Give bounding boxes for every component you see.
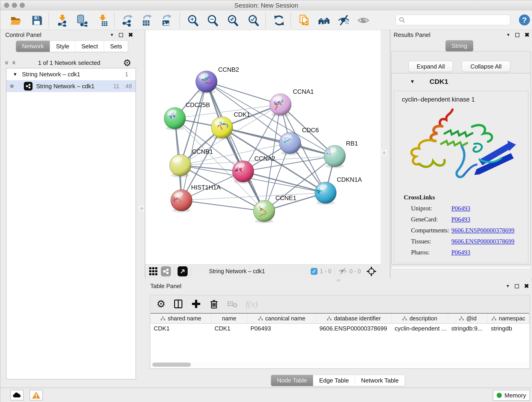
crosslink-label: GeneCard:: [411, 216, 451, 223]
tab-network[interactable]: Network: [16, 41, 50, 52]
column-header-database-identifier[interactable]: database identifier: [316, 313, 391, 323]
network-options-gear-icon[interactable]: ⚙: [123, 58, 131, 67]
node-HIST1H1A[interactable]: HIST1H1A: [171, 184, 221, 212]
tab-edge-table[interactable]: Edge Table: [313, 375, 355, 386]
table-settings-gear-icon[interactable]: ⚙: [157, 299, 165, 309]
edge-CCNB2-CCNE1[interactable]: [206, 82, 264, 211]
crosslink-link[interactable]: P06493: [451, 216, 470, 223]
tree-expander-icon[interactable]: ▼: [13, 72, 17, 77]
table-cell[interactable]: P06493: [247, 324, 316, 333]
string-app-icon: [24, 82, 32, 90]
delete-column-icon[interactable]: [209, 299, 219, 309]
zoom-fit-icon[interactable]: [226, 14, 239, 27]
panel-float-icon[interactable]: [515, 33, 519, 37]
section-collapse-icon[interactable]: ▼: [410, 79, 415, 85]
column-header-canonical-name[interactable]: canonical name: [247, 313, 316, 323]
table-cell[interactable]: 9606.ENSP00000378699: [316, 324, 391, 333]
network-row-selected[interactable]: String Network – cdk1 11 48: [6, 80, 136, 92]
table-cell[interactable]: CDK1: [211, 324, 247, 333]
tab-sets[interactable]: Sets: [104, 41, 128, 52]
tab-style[interactable]: Style: [50, 41, 75, 52]
titlebar: Session: New Session: [0, 0, 532, 10]
table-cell[interactable]: CDK1: [151, 324, 211, 333]
crosslink-link[interactable]: 9606.ENSP00000378699: [451, 227, 514, 234]
toolbar-separator: [179, 13, 180, 28]
panel-close-icon[interactable]: ✖: [128, 32, 133, 38]
left-splitter-handle[interactable]: [139, 205, 145, 211]
zoom-selected-icon[interactable]: [247, 14, 260, 27]
crosslink-link[interactable]: P06493: [451, 249, 470, 256]
help-button[interactable]: ?: [519, 14, 530, 26]
network-collection-row[interactable]: ▼ String Network – cdk1 1: [6, 68, 136, 80]
hide-selected-eye-icon[interactable]: [337, 14, 350, 27]
import-network-from-file-icon[interactable]: [56, 14, 69, 27]
show-columns-icon[interactable]: [173, 299, 183, 309]
column-header-shared-name[interactable]: shared name: [151, 313, 211, 323]
panel-menu-icon[interactable]: ▼: [110, 32, 114, 37]
node-CDKN1A[interactable]: CDKN1A: [315, 176, 362, 205]
network-statusbar: String Network – cdk1 ✓ 1 - 0 0 - 0: [145, 264, 380, 278]
zoom-in-icon[interactable]: [186, 14, 200, 27]
add-column-icon[interactable]: [191, 299, 201, 309]
tab-network-table[interactable]: Network Table: [355, 375, 405, 386]
column-header-description[interactable]: description: [391, 313, 448, 323]
tab-select[interactable]: Select: [75, 41, 104, 52]
export-table-icon[interactable]: [140, 14, 154, 27]
right-splitter-handle[interactable]: [381, 150, 387, 156]
table-cell[interactable]: stringdb: [488, 324, 529, 333]
collapse-all-networks-icon[interactable]: »: [9, 61, 17, 65]
table-hscrollbar[interactable]: [151, 362, 529, 367]
refresh-view-icon[interactable]: [272, 14, 286, 27]
edge-CCNB2-HIST1H1A[interactable]: [181, 82, 206, 200]
column-header-namespac[interactable]: namespac: [488, 313, 529, 323]
open-session-icon[interactable]: [9, 14, 23, 27]
clone-network-icon[interactable]: [298, 14, 311, 27]
node-CCNE1[interactable]: CCNE1: [253, 195, 297, 223]
selected-checkbox-icon[interactable]: ✓: [311, 268, 317, 275]
memory-button[interactable]: Memory: [493, 390, 530, 401]
show-all-eye-icon[interactable]: [357, 14, 370, 27]
panel-close-icon[interactable]: ✖: [524, 283, 529, 290]
tab-node-table[interactable]: Node Table: [271, 375, 313, 386]
column-header-name[interactable]: name: [211, 313, 247, 323]
node-CCNA1[interactable]: CCNA1: [270, 88, 314, 117]
open-in-window-icon[interactable]: [177, 266, 188, 276]
table-row[interactable]: CDK1CDK1P064939606.ENSP00000378699cyclin…: [151, 324, 529, 333]
collapse-all-button[interactable]: Collapse All: [462, 61, 510, 72]
node-RB1[interactable]: RB1: [324, 140, 358, 168]
search-input[interactable]: [407, 17, 510, 23]
gene-name: CDK1: [430, 78, 448, 85]
panel-menu-icon[interactable]: ▼: [506, 32, 510, 37]
grid-view-icon[interactable]: [149, 267, 158, 276]
first-neighbors-icon[interactable]: [317, 14, 331, 27]
import-network-from-database-icon[interactable]: [75, 14, 89, 27]
panel-menu-icon[interactable]: ▼: [506, 284, 510, 288]
cloud-icon[interactable]: [10, 390, 24, 400]
table-cell[interactable]: cyclin-dependent ...: [391, 324, 448, 333]
import-table-from-file-icon[interactable]: [96, 14, 109, 27]
save-session-icon[interactable]: [30, 14, 44, 27]
column-header-@id[interactable]: @id: [448, 313, 488, 323]
panel-float-icon[interactable]: [515, 284, 519, 288]
network-canvas[interactable]: CCNB2CCNA1CDC25BCDK1CDC6RB1CCNB1CCNA2CDK…: [145, 30, 380, 264]
crosslink-row: Compartments:9606.ENSP00000378699: [404, 227, 514, 234]
export-network-icon[interactable]: [121, 14, 134, 27]
crosslink-link[interactable]: P06493: [451, 205, 470, 212]
share-view-icon[interactable]: [161, 266, 171, 276]
current-network-name: String Network – cdk1: [209, 268, 265, 274]
table-cell[interactable]: stringdb:9...: [448, 324, 488, 333]
horizontal-splitter-handle[interactable]: [336, 279, 340, 282]
tab-string[interactable]: String: [446, 40, 473, 51]
memory-status-dot: [497, 393, 502, 398]
warning-icon[interactable]: [30, 390, 43, 400]
crosslink-link[interactable]: 9606.ENSP00000378699: [451, 238, 514, 245]
edge-HIST1H1A-CCNE1[interactable]: [181, 200, 264, 211]
export-image-icon[interactable]: [160, 14, 173, 27]
node-CDC25B[interactable]: CDC25B: [164, 102, 210, 130]
zoom-out-icon[interactable]: [206, 14, 219, 27]
birdseye-crosshair-icon[interactable]: [366, 266, 376, 276]
edge-CCNB2-CCNA1[interactable]: [206, 82, 280, 104]
expand-all-button[interactable]: Expand All: [409, 61, 453, 72]
panel-close-icon[interactable]: ✖: [525, 32, 530, 38]
panel-float-icon[interactable]: [119, 33, 123, 37]
